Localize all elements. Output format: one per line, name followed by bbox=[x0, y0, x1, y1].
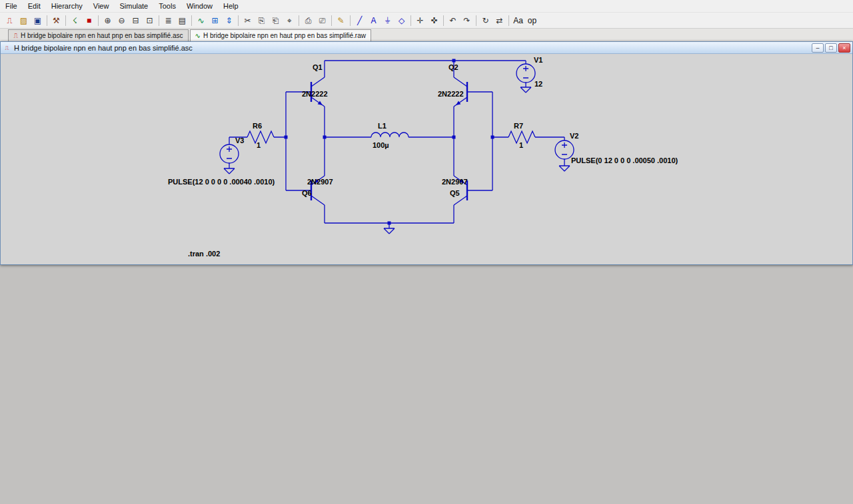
schematic-canvas-area[interactable]: Q1 2N2222 Q2 2N2222 2N2907 Q6 2N2907 Q5 … bbox=[1, 54, 852, 264]
close-button[interactable]: × bbox=[838, 43, 850, 53]
paste-icon[interactable]: ⎗ bbox=[269, 14, 283, 27]
add-trace-icon[interactable]: ⊞ bbox=[208, 14, 222, 27]
q6-value-label[interactable]: 2N2907 bbox=[307, 178, 333, 186]
mdi-workspace: ∿ H bridge bipolaire npn en haut pnp en … bbox=[0, 41, 853, 504]
ground-icon bbox=[224, 168, 235, 174]
component-v3[interactable] bbox=[220, 144, 239, 163]
toolbar-separator bbox=[65, 15, 66, 26]
menubar: File Edit Hierarchy View Simulate Tools … bbox=[0, 0, 853, 13]
toolbar-separator bbox=[98, 15, 99, 26]
q1-ref-label[interactable]: Q1 bbox=[313, 63, 323, 71]
move-icon[interactable]: ✛ bbox=[413, 14, 427, 27]
component-icon[interactable]: ◇ bbox=[395, 14, 409, 27]
q2-value-label[interactable]: 2N2222 bbox=[438, 90, 464, 98]
r6-value-label[interactable]: 1 bbox=[257, 141, 261, 149]
plot-settings-icon[interactable]: ∿ bbox=[194, 14, 208, 27]
menu-window[interactable]: Window bbox=[181, 1, 218, 11]
toolbar-separator bbox=[350, 15, 351, 26]
open-file-icon[interactable]: ▨ bbox=[17, 14, 31, 27]
wire-icon[interactable]: ╱ bbox=[353, 14, 367, 27]
zoom-extents-icon[interactable]: ⊡ bbox=[143, 14, 157, 27]
tab-label: H bridge bipolaire npn en haut pnp en ba… bbox=[21, 32, 183, 39]
zoom-out-icon[interactable]: ⊟ bbox=[129, 14, 143, 27]
v3-ref-label[interactable]: V3 bbox=[235, 136, 244, 144]
schematic-canvas[interactable]: Q1 2N2222 Q2 2N2222 2N2907 Q6 2N2907 Q5 … bbox=[1, 54, 852, 264]
menu-file[interactable]: File bbox=[0, 1, 23, 11]
schematic-tab-icon: ⎍ bbox=[13, 33, 18, 39]
r6-ref-label[interactable]: R6 bbox=[253, 122, 262, 130]
zoom-area-icon[interactable]: ⊕ bbox=[101, 14, 115, 27]
net-label-icon[interactable]: A bbox=[367, 14, 381, 27]
menu-tools[interactable]: Tools bbox=[153, 1, 181, 11]
schematic-window-titlebar[interactable]: ⎍ H bridge bipolaire npn en haut pnp en … bbox=[1, 42, 852, 54]
toolbar: ⎍▨▣⚒☇■⊕⊖⊟⊡≣▤∿⊞⇕✂⎘⎗⌖⎙⎚✎╱A⏚◇✛✜↶↷↻⇄Aaop bbox=[0, 13, 853, 29]
q1-value-label[interactable]: 2N2222 bbox=[302, 90, 328, 98]
text-icon[interactable]: Aa bbox=[511, 14, 525, 27]
menu-simulate[interactable]: Simulate bbox=[114, 1, 153, 11]
v2-ref-label[interactable]: V2 bbox=[570, 132, 578, 140]
component-v1[interactable] bbox=[516, 64, 535, 83]
toolbar-separator bbox=[299, 15, 299, 26]
schematic-window-title: H bridge bipolaire npn en haut pnp en ba… bbox=[14, 44, 812, 52]
ground-icon[interactable]: ⏚ bbox=[381, 14, 395, 27]
tab-raw-file[interactable]: ∿ H bridge bipolaire npn en haut pnp en … bbox=[190, 29, 371, 41]
toolbar-separator bbox=[191, 15, 192, 26]
q2-ref-label[interactable]: Q2 bbox=[448, 63, 458, 71]
find-icon[interactable]: ⌖ bbox=[283, 14, 297, 27]
toolbar-separator bbox=[476, 15, 476, 26]
new-schematic-icon[interactable]: ⎍ bbox=[3, 14, 17, 27]
menu-edit[interactable]: Edit bbox=[23, 1, 46, 11]
menu-view[interactable]: View bbox=[88, 1, 115, 11]
run-icon[interactable]: ☇ bbox=[68, 14, 82, 27]
control-panel-icon[interactable]: ⚒ bbox=[49, 14, 63, 27]
l1-ref-label[interactable]: L1 bbox=[378, 122, 387, 130]
v1-ref-label[interactable]: V1 bbox=[534, 56, 542, 64]
spice-directive-icon[interactable]: op bbox=[525, 14, 539, 27]
copy-icon[interactable]: ⎘ bbox=[255, 14, 269, 27]
menu-help[interactable]: Help bbox=[218, 1, 244, 11]
r7-value-label[interactable]: 1 bbox=[519, 141, 523, 149]
toolbar-separator bbox=[238, 15, 239, 26]
spice-error-log-icon[interactable]: ▤ bbox=[175, 14, 189, 27]
ground-icon bbox=[520, 87, 531, 93]
q5-value-label[interactable]: 2N2907 bbox=[442, 178, 468, 186]
minimize-button[interactable]: ‒ bbox=[812, 43, 824, 53]
menu-hierarchy[interactable]: Hierarchy bbox=[46, 1, 88, 11]
zoom-back-icon[interactable]: ⊖ bbox=[115, 14, 129, 27]
toolbar-separator bbox=[331, 15, 332, 26]
q5-ref-label[interactable]: Q5 bbox=[450, 189, 460, 197]
drag-icon[interactable]: ✜ bbox=[427, 14, 441, 27]
pencil-icon[interactable]: ✎ bbox=[334, 14, 348, 27]
r7-ref-label[interactable]: R7 bbox=[514, 122, 523, 130]
print-icon[interactable]: ⎙ bbox=[301, 14, 315, 27]
ground-icon bbox=[559, 166, 570, 171]
waveform-tab-icon: ∿ bbox=[195, 33, 201, 39]
undo-icon[interactable]: ↶ bbox=[446, 14, 460, 27]
cut-icon[interactable]: ✂ bbox=[241, 14, 255, 27]
component-l1[interactable] bbox=[371, 132, 409, 137]
toolbar-separator bbox=[411, 15, 411, 26]
tab-schematic-file[interactable]: ⎍ H bridge bipolaire npn en haut pnp en … bbox=[8, 29, 189, 41]
npn-arrow-icon bbox=[318, 101, 323, 105]
maximize-button[interactable]: □ bbox=[825, 43, 837, 53]
v1-value-label[interactable]: 12 bbox=[534, 80, 542, 88]
q6-ref-label[interactable]: Q6 bbox=[302, 189, 312, 197]
autorange-icon[interactable]: ⇕ bbox=[222, 14, 236, 27]
mirror-icon[interactable]: ⇄ bbox=[492, 14, 506, 27]
halt-icon[interactable]: ■ bbox=[82, 14, 96, 27]
save-icon[interactable]: ▣ bbox=[31, 14, 45, 27]
schematic-window: ⎍ H bridge bipolaire npn en haut pnp en … bbox=[0, 41, 853, 265]
print-preview-icon[interactable]: ⎚ bbox=[315, 14, 329, 27]
v3-value-label[interactable]: PULSE(12 0 0 0 0 .00040 .0010) bbox=[168, 178, 275, 186]
toolbar-separator bbox=[47, 15, 47, 26]
tab-label: H bridge bipolaire npn en haut pnp en ba… bbox=[203, 32, 366, 39]
schematic-window-icon: ⎍ bbox=[3, 44, 11, 52]
l1-value-label[interactable]: 100µ bbox=[373, 141, 389, 149]
redo-icon[interactable]: ↷ bbox=[460, 14, 474, 27]
spice-netlist-icon[interactable]: ≣ bbox=[161, 14, 175, 27]
rotate-icon[interactable]: ↻ bbox=[478, 14, 492, 27]
wires[interactable] bbox=[229, 61, 564, 228]
tran-directive-label[interactable]: .tran .002 bbox=[188, 250, 220, 258]
npn-arrow-icon bbox=[456, 101, 460, 105]
v2-value-label[interactable]: PULSE(0 12 0 0 0 .00050 .0010) bbox=[571, 156, 678, 164]
